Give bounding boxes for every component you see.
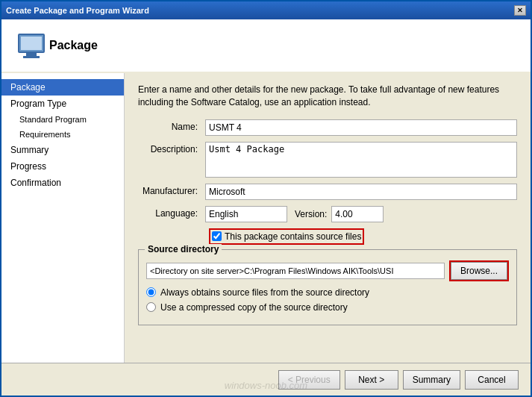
description-label: Description: (138, 142, 205, 154)
checkbox-outline: This package contains source files (209, 228, 364, 245)
name-input[interactable] (205, 119, 517, 136)
title-bar-buttons: ✕ (514, 5, 526, 16)
radio-compressed-row: Use a compressed copy of the source dire… (146, 302, 509, 313)
radio-compressed[interactable] (146, 302, 156, 312)
wizard-window: Create Package and Program Wizard ✕ Pack… (0, 0, 532, 397)
manufacturer-row: Manufacturer: (138, 184, 517, 200)
package-icon (13, 28, 49, 63)
title-bar: Create Package and Program Wizard ✕ (1, 1, 531, 19)
content-area: Enter a name and other details for the n… (125, 73, 531, 363)
sidebar-item-summary[interactable]: Summary (1, 142, 124, 158)
summary-button[interactable]: Summary (403, 370, 460, 390)
sidebar-item-progress[interactable]: Progress (1, 158, 124, 175)
version-input[interactable] (331, 206, 384, 222)
sidebar-item-confirmation[interactable]: Confirmation (1, 175, 124, 191)
radio-always-row: Always obtains source files from the sou… (146, 287, 509, 298)
language-version-inline: Version: (205, 206, 384, 222)
source-files-label: This package contains source files (225, 231, 361, 242)
group-box-title: Source directory (145, 244, 222, 254)
source-dir-input[interactable] (146, 263, 445, 279)
source-dir-row: Browse... (146, 260, 509, 281)
manufacturer-input[interactable] (205, 184, 517, 200)
sidebar-item-package[interactable]: Package (1, 79, 124, 96)
radio-compressed-label: Use a compressed copy of the source dire… (160, 302, 348, 313)
description-input[interactable]: Usmt 4 Package (205, 142, 517, 178)
language-version-row: Language: Version: (138, 206, 517, 222)
browse-button[interactable]: Browse... (451, 262, 507, 280)
manufacturer-label: Manufacturer: (138, 184, 205, 196)
language-label: Language: (138, 206, 205, 219)
source-files-checkbox-row: This package contains source files (209, 228, 517, 245)
cancel-button[interactable]: Cancel (465, 370, 519, 390)
close-button[interactable]: ✕ (514, 5, 526, 16)
wizard-header: Package (1, 19, 531, 73)
name-label: Name: (138, 119, 205, 132)
wizard-footer: < Previous Next > Summary Cancel (1, 363, 531, 396)
language-input[interactable] (205, 206, 287, 222)
next-button[interactable]: Next > (345, 370, 398, 390)
sidebar-item-standard-program[interactable]: Standard Program (1, 112, 124, 127)
source-files-checkbox[interactable] (212, 231, 222, 241)
wizard-title: Package (49, 39, 98, 52)
sidebar-item-program-type[interactable]: Program Type (1, 96, 124, 112)
previous-button[interactable]: < Previous (278, 370, 340, 390)
title-bar-text: Create Package and Program Wizard (6, 6, 149, 15)
wizard-body: Package Program Type Standard Program Re… (1, 73, 531, 363)
name-row: Name: (138, 119, 517, 136)
radio-always[interactable] (146, 287, 156, 297)
sidebar-item-requirements[interactable]: Requirements (1, 127, 124, 142)
source-directory-group: Source directory Browse... Always obtain… (138, 249, 517, 325)
browse-button-wrapper: Browse... (449, 260, 509, 281)
content-description: Enter a name and other details for the n… (138, 84, 517, 109)
description-row: Description: Usmt 4 Package (138, 142, 517, 178)
sidebar: Package Program Type Standard Program Re… (1, 73, 125, 363)
radio-always-label: Always obtains source files from the sou… (160, 287, 369, 298)
version-label: Version: (295, 209, 327, 219)
